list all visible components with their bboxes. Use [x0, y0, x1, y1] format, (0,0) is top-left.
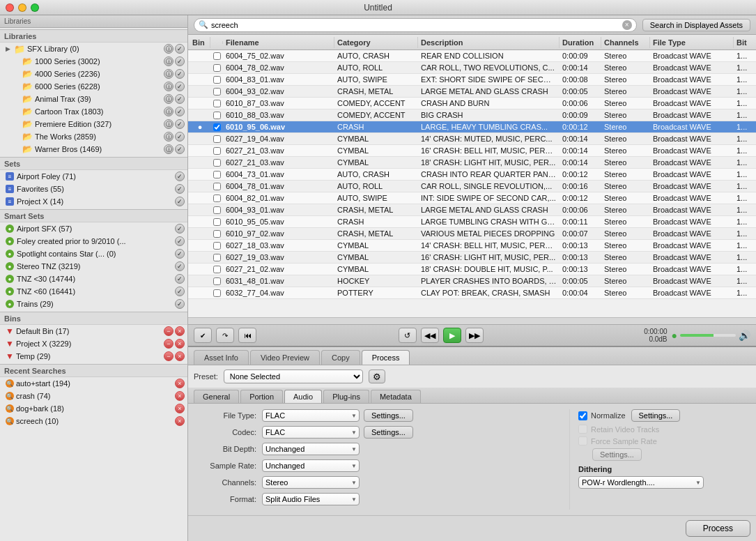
sidebar-item-animal[interactable]: 📂 Animal Trax (39) ⓘ ✓: [0, 93, 187, 105]
sample-rate-select[interactable]: Unchanged: [262, 459, 360, 472]
bit-depth-select[interactable]: Unchanged: [262, 443, 360, 455]
sub-tab-portion[interactable]: Portion: [240, 390, 283, 403]
channels-select[interactable]: Stereo: [262, 476, 360, 489]
td-checkbox[interactable]: [210, 87, 223, 96]
tab-asset-info[interactable]: Asset Info: [194, 350, 249, 365]
td-checkbox[interactable]: [210, 241, 223, 250]
info-btn-premiere[interactable]: ⓘ: [164, 119, 173, 129]
x-btn-temp[interactable]: ×: [175, 351, 185, 361]
sidebar-item-4000[interactable]: 📂 4000 Series (2236) ⓘ ✓: [0, 68, 187, 80]
sidebar-item-airport-sfx[interactable]: ● Airport SFX (57) ✓: [0, 222, 187, 235]
sidebar-item-screech-search[interactable]: 🔍 screech (10) ×: [0, 415, 187, 427]
x-btn-crash[interactable]: ×: [175, 391, 185, 401]
col-filename[interactable]: Filename: [223, 37, 334, 48]
sidebar-item-crash-search[interactable]: 🔍 crash (74) ×: [0, 390, 187, 402]
table-row[interactable]: 6027_21_03.wav CYMBAL 16' CRASH: BELL HI…: [188, 145, 756, 157]
table-row[interactable]: 6010_95_05.wav CRASH LARGE TUMBLING CRAS…: [188, 216, 756, 228]
td-checkbox[interactable]: [210, 135, 223, 144]
col-bit[interactable]: Bit: [734, 37, 755, 48]
search-displayed-assets-button[interactable]: Search in Displayed Assets: [642, 19, 750, 31]
td-checkbox[interactable]: [210, 206, 223, 215]
table-row[interactable]: 6004_93_01.wav CRASH, METAL LARGE METAL …: [188, 204, 756, 216]
forward-button[interactable]: ▶▶: [465, 328, 484, 343]
info-btn[interactable]: ⓘ: [164, 44, 173, 54]
sidebar-item-trains[interactable]: ● Trains (29) ✓: [0, 298, 187, 310]
table-row[interactable]: 6027_19_03.wav CYMBAL 16' CRASH: LIGHT H…: [188, 252, 756, 264]
sidebar-item-temp-bin[interactable]: ▼ Temp (29) − ×: [0, 350, 187, 363]
process-button[interactable]: Process: [686, 520, 750, 537]
check-btn-px[interactable]: ✓: [175, 197, 185, 206]
check-btn-works[interactable]: ✓: [175, 132, 185, 142]
info-btn-6000[interactable]: ⓘ: [164, 82, 173, 91]
window-controls[interactable]: [6, 3, 39, 12]
sidebar-item-default-bin[interactable]: ▼ Default Bin (17) − ×: [0, 325, 187, 337]
info-btn-cartoon[interactable]: ⓘ: [164, 107, 173, 116]
td-checkbox[interactable]: [210, 146, 223, 155]
x-btn-auto[interactable]: ×: [175, 379, 185, 388]
info-btn-works[interactable]: ⓘ: [164, 132, 173, 142]
info-btn-warner[interactable]: ⓘ: [164, 144, 173, 154]
file-type-select[interactable]: FLAC: [262, 409, 360, 422]
td-checkbox[interactable]: [210, 229, 223, 238]
minus-btn-px[interactable]: −: [164, 339, 173, 349]
table-row[interactable]: 6004_83_01.wav AUTO, SWIPE EXT: SHORT SI…: [188, 74, 756, 86]
sidebar-item-cartoon[interactable]: 📂 Cartoon Trax (1803) ⓘ ✓: [0, 105, 187, 118]
retain-video-checkbox[interactable]: [578, 425, 587, 434]
table-row[interactable]: 6010_88_03.wav COMEDY, ACCENT BIG CRASH …: [188, 109, 756, 121]
minus-btn-temp[interactable]: −: [164, 351, 173, 361]
x-btn-px[interactable]: ×: [175, 339, 185, 349]
check-btn-stnz[interactable]: ✓: [175, 261, 185, 271]
horizontal-scrollbar[interactable]: [188, 317, 756, 324]
minus-btn-default[interactable]: −: [164, 326, 173, 336]
close-button[interactable]: [6, 3, 14, 12]
x-btn-default[interactable]: ×: [175, 326, 185, 336]
td-checkbox[interactable]: [210, 182, 223, 191]
file-type-settings-button[interactable]: Settings...: [364, 409, 413, 422]
rewind-button[interactable]: ⏮: [238, 328, 256, 343]
x-btn-dog[interactable]: ×: [175, 404, 185, 413]
info-btn-4000[interactable]: ⓘ: [164, 69, 173, 79]
td-checkbox[interactable]: [210, 265, 223, 274]
table-row[interactable]: 6010_97_02.wav CRASH, METAL VARIOUS META…: [188, 228, 756, 240]
check-btn-animal[interactable]: ✓: [175, 94, 185, 104]
play-button[interactable]: ▶: [443, 328, 461, 343]
check-btn-trains[interactable]: ✓: [175, 299, 185, 309]
td-checkbox[interactable]: [210, 277, 223, 286]
check-btn-asfx[interactable]: ✓: [175, 224, 185, 234]
td-checkbox[interactable]: [210, 63, 223, 73]
td-checkbox[interactable]: [210, 289, 223, 298]
copy-button[interactable]: ↷: [216, 328, 234, 343]
table-row[interactable]: 6010_87_03.wav COMEDY, ACCENT CRASH AND …: [188, 98, 756, 109]
td-checkbox[interactable]: [210, 170, 223, 179]
force-sample-settings-button[interactable]: Settings...: [592, 448, 642, 461]
check-btn-1000[interactable]: ✓: [175, 56, 185, 66]
td-checkbox[interactable]: [210, 218, 223, 227]
info-btn-1000[interactable]: ⓘ: [164, 56, 173, 66]
table-row[interactable]: 6027_18_03.wav CYMBAL 14' CRASH: BELL HI…: [188, 240, 756, 252]
check-btn-fav[interactable]: ✓: [175, 184, 185, 194]
format-select[interactable]: Split Audio Files: [262, 493, 360, 505]
td-checkbox[interactable]: [210, 123, 223, 132]
sidebar-item-tnz30[interactable]: ● TNZ <30 (14744) ✓: [0, 273, 187, 285]
sidebar-item-sfx-library[interactable]: ▶ 📁 SFX Library (0) ⓘ ✓: [0, 43, 187, 55]
table-row[interactable]: 6027_21_02.wav CYMBAL 18' CRASH: DOUBLE …: [188, 264, 756, 275]
sidebar-item-favorites[interactable]: ≡ Favorites (55) ✓: [0, 183, 187, 195]
info-btn-animal[interactable]: ⓘ: [164, 94, 173, 104]
col-filetype[interactable]: File Type: [650, 37, 734, 48]
tab-process[interactable]: Process: [362, 350, 410, 365]
td-checkbox[interactable]: [210, 194, 223, 203]
table-row[interactable]: 6027_21_03.wav CYMBAL 18' CRASH: LIGHT H…: [188, 157, 756, 169]
sidebar-item-works[interactable]: 📂 The Works (2859) ⓘ ✓: [0, 130, 187, 143]
search-input[interactable]: [211, 21, 619, 29]
preset-gear-button[interactable]: ⚙: [369, 369, 385, 383]
search-clear-button[interactable]: ×: [622, 20, 632, 30]
table-row[interactable]: 6004_82_01.wav AUTO, SWIPE INT: SIDE SWI…: [188, 192, 756, 204]
maximize-button[interactable]: [31, 3, 39, 12]
sidebar-item-dog-bark[interactable]: 🔍 dog+bark (18) ×: [0, 402, 187, 415]
back-button[interactable]: ◀◀: [421, 328, 439, 343]
normalize-settings-button[interactable]: Settings...: [631, 409, 681, 422]
loop-button[interactable]: ↺: [399, 328, 417, 343]
sub-tab-metadata[interactable]: Metadata: [371, 390, 421, 403]
sidebar-item-project-x-bin[interactable]: ▼ Project X (3229) − ×: [0, 337, 187, 350]
table-row[interactable]: ● 6010_95_06.wav CRASH LARGE, HEAVY TUMB…: [188, 121, 756, 133]
